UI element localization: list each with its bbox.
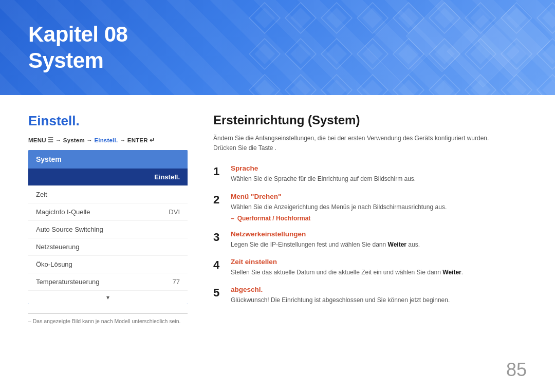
step-2-heading: Menü "Drehen" <box>231 193 527 200</box>
system-menu: System Einstell. Zeit MagicInfo I-Quelle… <box>28 150 188 304</box>
menu-item-oeko[interactable]: Öko-Lösung <box>28 256 188 273</box>
left-column: Einstell. MENU ☰ → System → Einstell. → … <box>28 113 188 382</box>
steps-list: 1 Sprache Wählen Sie die Sprache für die… <box>213 164 527 305</box>
step-4-heading: Zeit einstellen <box>231 258 527 266</box>
menu-item-einstell[interactable]: Einstell. <box>28 169 188 186</box>
intro-text: Ändern Sie die Anfangseinstellungen, die… <box>213 134 527 153</box>
menu-item-zeit[interactable]: Zeit <box>28 186 188 203</box>
step-5: 5 abgeschl. Glückwunsch! Die Einrichtung… <box>213 286 527 305</box>
menu-item-netzsteuerung[interactable]: Netzsteuerung <box>28 238 188 256</box>
step-2: 2 Menü "Drehen" Wählen Sie die Anzeigeri… <box>213 193 527 222</box>
step-3-heading: Netzwerkeinstellungen <box>231 230 527 238</box>
step-1-heading: Sprache <box>231 164 527 172</box>
step-3: 3 Netzwerkeinstellungen Legen Sie die IP… <box>213 230 527 250</box>
step-1: 1 Sprache Wählen Sie die Sprache für die… <box>213 164 527 184</box>
right-title: Ersteinrichtung (System) <box>213 113 527 127</box>
step-4-desc: Stellen Sie das aktuelle Datum und die a… <box>231 268 527 277</box>
footnote: – Das angezeigte Bild kann je nach Model… <box>28 313 188 324</box>
section-title: Einstell. <box>28 113 188 129</box>
menu-path: MENU ☰ → System → Einstell. → ENTER ↵ <box>28 137 188 144</box>
menu-item-auto-source[interactable]: Auto Source Switching <box>28 221 188 238</box>
menu-chevron-down[interactable]: ▾ <box>28 291 188 304</box>
header-banner: Kapitel 08 System <box>0 0 555 95</box>
system-menu-header: System <box>28 150 188 169</box>
menu-item-temperatur[interactable]: Temperatursteuerung 77 <box>28 273 188 291</box>
step-2-desc: Wählen Sie die Anzeigerichtung des Menüs… <box>231 202 527 212</box>
step-1-desc: Wählen Sie die Sprache für die Einrichtu… <box>231 174 527 184</box>
page-number: 85 <box>506 359 527 381</box>
main-content: Einstell. MENU ☰ → System → Einstell. → … <box>0 95 555 392</box>
step-4: 4 Zeit einstellen Stellen Sie das aktuel… <box>213 258 527 277</box>
chapter-title: Kapitel 08 System <box>28 22 127 73</box>
header-title: Kapitel 08 System <box>28 22 127 73</box>
step-5-heading: abgeschl. <box>231 286 527 293</box>
step-2-subitem: Querformat / Hochformat <box>231 215 527 222</box>
step-3-desc: Legen Sie die IP-Einstellungen fest und … <box>231 240 527 250</box>
menu-item-magicinfo[interactable]: MagicInfo I-Quelle DVI <box>28 203 188 221</box>
right-column: Ersteinrichtung (System) Ändern Sie die … <box>213 113 527 382</box>
step-5-desc: Glückwunsch! Die Einrichtung ist abgesch… <box>231 295 527 305</box>
diamond-pattern <box>247 0 555 95</box>
